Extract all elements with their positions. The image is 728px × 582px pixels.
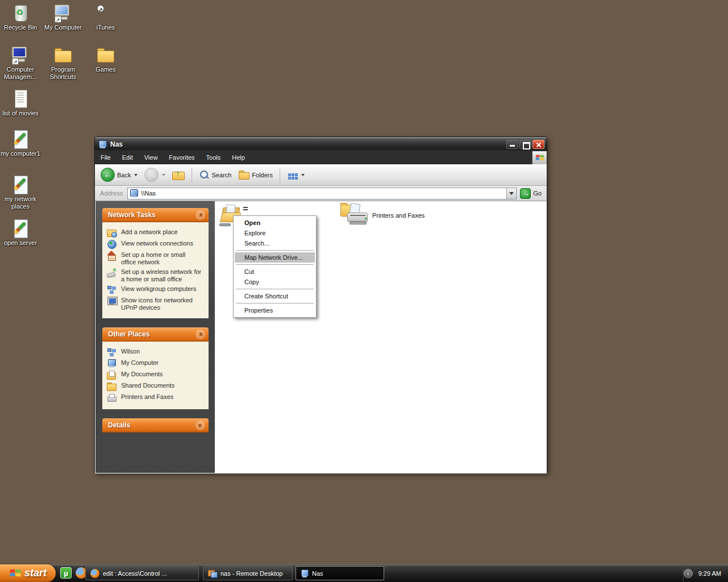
title-bar[interactable]: Nas xyxy=(95,137,547,151)
desktop-icon-my-network-places[interactable]: my network places xyxy=(0,175,42,210)
window-computer-icon xyxy=(98,140,107,148)
taskbar-button-nas[interactable]: Nas xyxy=(296,566,384,580)
go-label: Go xyxy=(533,190,542,197)
recycle-bin-icon xyxy=(10,3,31,23)
context-menu-separator xyxy=(236,303,314,304)
desktop-icon-open-server[interactable]: open server xyxy=(0,219,42,247)
context-menu-item-properties[interactable]: Properties xyxy=(235,305,315,315)
task-view-network-connections[interactable]: View network connections xyxy=(107,240,205,249)
chevron-up-icon[interactable] xyxy=(195,210,205,220)
other-places-title: Other Places xyxy=(108,330,195,338)
menu-tools[interactable]: Tools xyxy=(201,152,227,163)
place-printers-and-faxes[interactable]: Printers and Faxes xyxy=(107,393,205,402)
printers-folder-icon xyxy=(340,203,369,227)
context-menu-item-cut[interactable]: Cut xyxy=(235,267,315,277)
task-setup-home-network[interactable]: Set up a home or small office network xyxy=(107,251,205,266)
windows-flag-icon xyxy=(9,568,22,579)
address-label: Address xyxy=(100,190,123,197)
up-folder-icon xyxy=(172,170,185,180)
globe-icon xyxy=(107,240,117,249)
place-wilson[interactable]: Wilson xyxy=(107,348,205,357)
views-button[interactable] xyxy=(285,171,307,178)
context-menu-item-map-network-drive[interactable]: Map Network Drive... xyxy=(235,252,315,263)
search-button[interactable]: Search xyxy=(197,169,234,181)
views-dropdown-icon[interactable] xyxy=(301,174,305,176)
close-button[interactable] xyxy=(533,140,544,149)
task-view-workgroup-computers[interactable]: View workgroup computers xyxy=(107,285,205,294)
printers-and-faxes-item[interactable]: Printers and Faxes xyxy=(340,203,425,227)
explorer-window: Nas File Edit View Favorites Tools Help … xyxy=(94,136,547,473)
place-my-computer[interactable]: My Computer xyxy=(107,359,205,368)
chevron-up-icon[interactable] xyxy=(195,330,205,339)
task-add-network-place[interactable]: Add a network place xyxy=(107,228,205,238)
image-document-icon xyxy=(10,130,31,149)
context-menu-item-open[interactable]: Open xyxy=(235,218,315,228)
taskbar-button-edit-access-control[interactable]: edit : Access\Control ... xyxy=(85,566,199,580)
desktop-icon-computer-management[interactable]: Computer Managem... xyxy=(0,45,42,81)
menu-file[interactable]: File xyxy=(95,152,117,163)
desktop-icon-my-computer[interactable]: My Computer xyxy=(41,3,85,31)
menu-view[interactable]: View xyxy=(139,152,164,163)
clock: 9:29 AM xyxy=(698,570,721,577)
task-show-upnp-icons[interactable]: Show icons for networked UPnP devices xyxy=(107,297,205,311)
folder-icon xyxy=(107,382,117,391)
place-shared-documents[interactable]: Shared Documents xyxy=(107,382,205,391)
views-grid-icon xyxy=(288,173,291,176)
back-icon xyxy=(101,168,115,182)
start-button[interactable]: start xyxy=(0,564,56,582)
back-label: Back xyxy=(117,172,131,178)
desktop-icon-program-shortcuts[interactable]: Program Shortcuts xyxy=(41,45,85,81)
go-arrow-icon xyxy=(520,188,531,199)
tray-collapse-icon[interactable]: ‹ xyxy=(684,569,693,578)
search-icon xyxy=(199,170,209,180)
desktop-icon-games[interactable]: Games xyxy=(84,45,127,73)
desktop-icon-list-of-movies[interactable]: list of movies xyxy=(0,89,42,117)
utorrent-icon[interactable]: µ xyxy=(60,567,72,579)
task-pane: Network Tasks Add a network place View n… xyxy=(95,201,215,473)
desktop-icon-itunes[interactable]: iTunes xyxy=(84,3,127,31)
context-menu-item-search[interactable]: Search... xyxy=(235,238,315,248)
search-label: Search xyxy=(211,172,231,178)
network-tasks-panel: Network Tasks Add a network place View n… xyxy=(102,208,209,318)
other-places-header[interactable]: Other Places xyxy=(102,327,209,342)
desktop-icon-my-computer1[interactable]: my computer1 xyxy=(0,130,42,157)
context-menu-item-create-shortcut[interactable]: Create Shortcut xyxy=(235,291,315,301)
network-tasks-header[interactable]: Network Tasks xyxy=(102,208,209,222)
address-combo[interactable]: \\Nas xyxy=(127,188,517,199)
address-value[interactable]: \\Nas xyxy=(141,190,506,197)
go-button[interactable]: Go xyxy=(520,188,542,199)
menu-favorites[interactable]: Favorites xyxy=(163,152,200,163)
context-menu-item-copy[interactable]: Copy xyxy=(235,277,315,287)
taskbar-button-nas-remote-desktop[interactable]: nas - Remote Desktop xyxy=(203,566,293,580)
taskbar: start µ » edit : Access\Control ... nas … xyxy=(0,564,728,582)
address-dropdown-button[interactable] xyxy=(506,188,516,199)
context-menu-separator xyxy=(236,264,314,265)
up-button[interactable] xyxy=(170,169,187,181)
house-icon xyxy=(107,251,117,260)
printer-icon xyxy=(107,393,117,402)
desktop-icon-label: Games xyxy=(84,66,127,73)
context-menu-item-explore[interactable]: Explore xyxy=(235,228,315,238)
folders-button[interactable]: Folders xyxy=(236,169,275,181)
back-dropdown-icon[interactable] xyxy=(134,174,138,176)
address-bar: Address \\Nas Go xyxy=(95,186,547,201)
menu-help[interactable]: Help xyxy=(226,152,251,163)
image-document-icon xyxy=(10,219,31,238)
forward-button[interactable] xyxy=(142,167,168,183)
back-button[interactable]: Back xyxy=(98,167,140,183)
details-header[interactable]: Details xyxy=(102,418,209,433)
details-panel: Details xyxy=(102,418,209,433)
desktop-icon-recycle-bin[interactable]: Recycle Bin xyxy=(0,3,42,31)
workgroup-icon xyxy=(107,285,117,294)
chevron-down-icon[interactable] xyxy=(195,421,205,430)
menu-edit[interactable]: Edit xyxy=(117,152,139,163)
wireless-icon xyxy=(107,268,117,277)
desktop-icon-label: iTunes xyxy=(84,24,127,31)
task-setup-wireless-network[interactable]: Set up a wireless network for a home or … xyxy=(107,268,205,283)
desktop-icon-label: list of movies xyxy=(0,110,42,117)
minimize-button[interactable] xyxy=(506,140,518,149)
place-my-documents[interactable]: My Documents xyxy=(107,371,205,380)
desktop-icon-label: my network places xyxy=(0,196,42,210)
maximize-button[interactable] xyxy=(519,140,531,149)
desktop-icon-label: Computer Managem... xyxy=(0,66,42,81)
